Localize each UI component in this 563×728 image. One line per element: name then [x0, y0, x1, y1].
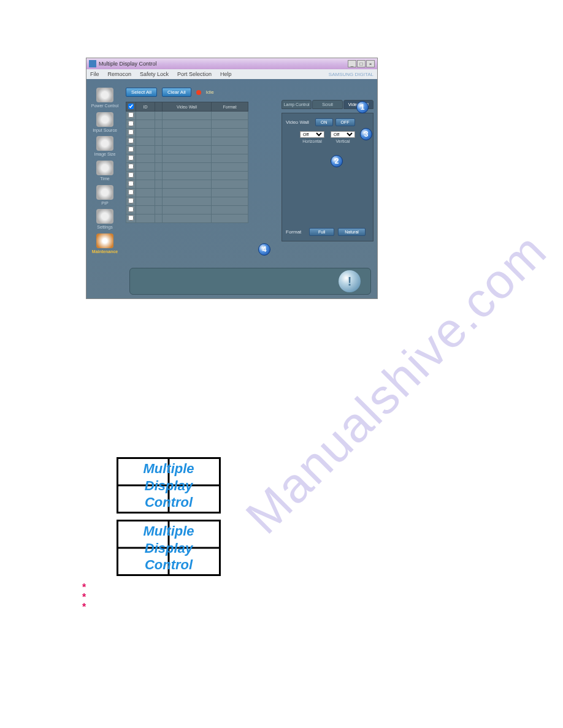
maintenance-icon [96, 233, 113, 248]
idle-label: Idle [206, 89, 214, 95]
sidebar-label-maintenance: Maintenance [92, 249, 118, 254]
power-icon [96, 88, 113, 102]
menu-help[interactable]: Help [220, 71, 232, 77]
pip-icon [96, 185, 113, 200]
full-button[interactable]: Full [309, 228, 334, 236]
star-bullet: * [82, 602, 86, 613]
close-button[interactable]: × [366, 60, 375, 67]
time-icon [96, 161, 113, 175]
sidebar-item-image-size[interactable]: Image Size [91, 136, 119, 157]
callout-4: 4 [258, 243, 270, 256]
grid-figure-2: Multiple Display Control [117, 520, 221, 576]
sidebar-item-power-control[interactable]: Power Control [91, 88, 119, 108]
sidebar-item-pip[interactable]: PIP [91, 185, 119, 206]
menu-file[interactable]: File [90, 71, 99, 77]
idle-indicator-icon [196, 90, 201, 95]
table-row[interactable] [126, 206, 248, 214]
col-checkbox[interactable] [126, 102, 136, 112]
window-buttons: _ □ × [348, 60, 375, 67]
vertical-select[interactable]: Off [331, 131, 355, 138]
app-icon [89, 60, 96, 67]
clear-all-button[interactable]: Clear All [162, 88, 191, 97]
callout-2: 2 [331, 155, 343, 167]
off-button[interactable]: OFF [335, 118, 355, 126]
sidebar-label-time: Time [100, 176, 109, 181]
vertical-label: Vertical [336, 139, 350, 143]
natural-button[interactable]: Natural [338, 228, 366, 236]
center-panel: Select All Clear All Idle ID Video Wall … [123, 79, 279, 298]
menubar: File Remocon Safety Lock Port Selection … [86, 69, 377, 79]
col-status [155, 102, 163, 112]
vertical-col: Off Vertical [331, 131, 355, 143]
grid-text-2: Multiple Display Control [143, 523, 194, 574]
callout-1: 1 [356, 101, 369, 113]
table-row[interactable] [126, 197, 248, 206]
horizontal-label: Horizontal [302, 139, 322, 143]
on-button[interactable]: ON [315, 118, 333, 126]
callout-3: 3 [360, 128, 372, 140]
format-label: Format [286, 229, 305, 235]
sidebar-label-input: Input Source [93, 128, 117, 133]
sidebar-label-settings: Settings [97, 225, 112, 230]
table-row[interactable] [126, 189, 248, 197]
table-row[interactable] [126, 112, 248, 120]
video-wall-label: Video Wall [286, 119, 313, 125]
titlebar: Multiple Display Control _ □ × [86, 58, 377, 69]
info-orb-icon: ! [339, 270, 361, 292]
display-table: ID Video Wall Format [126, 102, 248, 223]
table-row[interactable] [126, 120, 248, 129]
horizontal-select[interactable]: Off [300, 131, 324, 138]
horizontal-col: Off Horizontal [300, 131, 324, 143]
col-format: Format [212, 102, 248, 112]
hv-group: Off Horizontal Off Vertical [286, 131, 369, 143]
brand-text: SAMSUNG DIGITAL [329, 72, 373, 77]
table-row[interactable] [126, 180, 248, 189]
sidebar-label-power: Power Control [91, 104, 118, 108]
tab-scroll[interactable]: Scroll [312, 100, 342, 109]
menu-port-selection[interactable]: Port Selection [177, 71, 212, 77]
tab-lamp-control[interactable]: Lamp Control [282, 100, 312, 109]
sidebar-item-settings[interactable]: Settings [91, 209, 119, 230]
sidebar-item-input-source[interactable]: Input Source [91, 112, 119, 133]
sidebar-label-pip: PIP [101, 201, 108, 206]
toolbar: Select All Clear All Idle [126, 88, 277, 97]
table-row[interactable] [126, 172, 248, 180]
table-row[interactable] [126, 137, 248, 146]
sidebar-item-maintenance[interactable]: Maintenance [91, 233, 119, 254]
select-all-button[interactable]: Select All [126, 88, 157, 97]
input-icon [96, 112, 113, 127]
grid-figure-1: Multiple Display Control [117, 457, 221, 514]
table-row[interactable] [126, 154, 248, 163]
status-bar: ! [129, 268, 371, 295]
settings-icon [96, 209, 113, 224]
window-title: Multiple Display Control [99, 61, 157, 67]
minimize-button[interactable]: _ [348, 60, 356, 67]
sidebar-item-time[interactable]: Time [91, 161, 119, 181]
table-row[interactable] [126, 214, 248, 223]
table-row[interactable] [126, 146, 248, 154]
video-wall-row: Video Wall ON OFF [286, 118, 369, 126]
image-size-icon [96, 136, 113, 151]
table-row[interactable] [126, 163, 248, 172]
left-sidebar: Power Control Input Source Image Size Ti… [86, 79, 123, 298]
sidebar-label-image: Image Size [94, 152, 115, 157]
col-id: ID [136, 102, 155, 112]
workarea: Power Control Input Source Image Size Ti… [86, 79, 377, 298]
col-video-wall: Video Wall [163, 102, 212, 112]
table-row[interactable] [126, 129, 248, 137]
maximize-button[interactable]: □ [357, 60, 366, 67]
grid-text-1: Multiple Display Control [143, 460, 194, 511]
app-window: Multiple Display Control _ □ × File Remo… [86, 58, 378, 299]
menu-safety-lock[interactable]: Safety Lock [140, 71, 169, 77]
format-row: Format Full Natural [286, 228, 369, 236]
menu-remocon[interactable]: Remocon [108, 71, 132, 77]
